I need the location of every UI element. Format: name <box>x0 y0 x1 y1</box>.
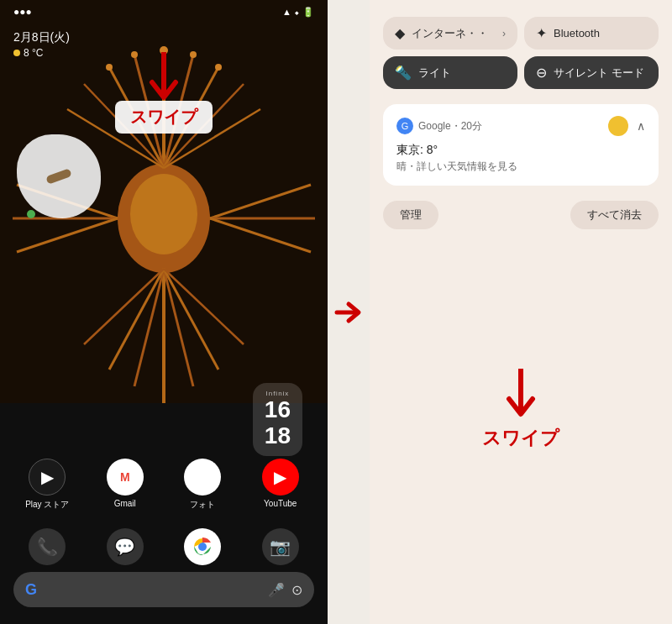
qs-label-light: ライト <box>418 66 451 81</box>
date-widget: 2月8日(火) 8 °C <box>13 30 70 59</box>
left-phone: ●●● ▲ ⬥ 🔋 2月8日(火) 8 °C スワイプ Infinix 16 1… <box>0 0 328 624</box>
notification-subtitle: 晴・詳しい天気情報を見る <box>396 160 645 174</box>
youtube-icon: ▶ <box>262 459 299 496</box>
quick-settings: ◆ インターネ・・ › ✦ Bluetooth 🔦 ライト ⊖ サイレント モー… <box>370 0 672 97</box>
camera-icon: 📷 <box>262 528 299 565</box>
notification-actions: 管理 すべて消去 <box>383 201 659 229</box>
manage-button[interactable]: 管理 <box>383 201 438 229</box>
app-icon-messages[interactable]: 💬 <box>100 528 150 565</box>
app-icon-youtube[interactable]: ▶ YouTube <box>255 459 306 511</box>
search-bar[interactable]: G 🎤 ⊙ <box>13 572 314 607</box>
google-notif-icon: G <box>396 118 413 134</box>
app-icon-gmail[interactable]: M Gmail <box>100 459 150 511</box>
status-icons: ▲ ⬥ 🔋 <box>282 7 314 18</box>
gmail-icon: M <box>107 459 144 496</box>
app-label-play: Play ストア <box>25 499 69 511</box>
play-icon: ▶ <box>29 459 66 496</box>
clear-all-button[interactable]: すべて消去 <box>570 201 659 229</box>
bluetooth-icon: ✦ <box>536 25 547 41</box>
wifi-icon: ◆ <box>395 25 405 41</box>
notification-source: Google・20分 <box>418 119 603 134</box>
silent-icon: ⊖ <box>536 65 547 81</box>
clock-minutes: 18 <box>265 422 291 448</box>
notification-title: 東京: 8° <box>396 143 645 158</box>
svg-point-33 <box>198 543 207 551</box>
qs-tile-silent[interactable]: ⊖ サイレント モード <box>524 56 659 89</box>
middle-arrow-container <box>328 0 370 624</box>
swipe-label-left: スワイプ <box>115 101 213 134</box>
qs-tile-bluetooth[interactable]: ✦ Bluetooth <box>524 17 659 50</box>
mic-icon[interactable]: 🎤 <box>268 582 285 598</box>
temperature: 8 °C <box>13 47 70 59</box>
right-panel: ◆ インターネ・・ › ✦ Bluetooth 🔦 ライト ⊖ サイレント モー… <box>370 0 672 624</box>
app-label-photos: フォト <box>190 499 215 511</box>
date-text: 2月8日(火) <box>13 30 70 45</box>
qs-label-bluetooth: Bluetooth <box>554 27 600 39</box>
app-row-2: 📞 💬 📷 <box>0 528 328 565</box>
chrome-icon <box>184 528 221 565</box>
app-icon-chrome[interactable] <box>177 528 228 565</box>
blob-decoration <box>45 168 72 185</box>
expand-icon[interactable]: ∧ <box>637 119 645 133</box>
swipe-arrow-left <box>147 52 181 102</box>
qs-label-silent: サイレント モード <box>554 66 644 81</box>
qs-tile-light[interactable]: 🔦 ライト <box>383 56 517 89</box>
qs-label-internet: インターネ・・ <box>412 26 488 41</box>
app-label-youtube: YouTube <box>264 499 297 508</box>
app-label-gmail: Gmail <box>114 499 136 508</box>
status-bar: ●●● ▲ ⬥ 🔋 <box>0 0 328 24</box>
notification-header: G Google・20分 ∧ <box>396 116 645 136</box>
chevron-right-icon: › <box>502 28 506 39</box>
notification-card[interactable]: G Google・20分 ∧ 東京: 8° 晴・詳しい天気情報を見る <box>383 104 659 186</box>
messages-icon: 💬 <box>107 528 144 565</box>
right-arrow-icon <box>333 297 364 328</box>
app-icon-camera[interactable]: 📷 <box>255 528 306 565</box>
green-indicator <box>27 210 35 218</box>
app-icon-photos[interactable]: ✿ フォト <box>177 459 228 511</box>
phone-icon: 📞 <box>29 528 66 565</box>
temp-value: 8 °C <box>24 47 43 59</box>
swipe-label-right: スワイプ <box>482 426 559 451</box>
lens-icon[interactable]: ⊙ <box>291 582 302 598</box>
clock-time: 16 18 <box>265 397 291 449</box>
sun-icon <box>608 116 628 136</box>
photos-icon: ✿ <box>184 459 221 496</box>
clock-hours: 16 <box>265 396 291 422</box>
app-icon-phone[interactable]: 📞 <box>22 528 72 565</box>
temp-dot-icon <box>13 50 20 56</box>
right-swipe-area: スワイプ <box>370 229 672 624</box>
google-logo: G <box>25 581 37 599</box>
flashlight-icon: 🔦 <box>395 65 412 81</box>
app-icon-play[interactable]: ▶ Play ストア <box>22 459 72 511</box>
app-row-1: ▶ Play ストア M Gmail ✿ フォト ▶ YouTube <box>0 459 328 511</box>
clock-widget: Infinix 16 18 <box>253 383 302 456</box>
status-time: ●●● <box>13 6 32 18</box>
swipe-arrow-right <box>504 369 538 419</box>
qs-tile-internet[interactable]: ◆ インターネ・・ › <box>383 17 517 50</box>
